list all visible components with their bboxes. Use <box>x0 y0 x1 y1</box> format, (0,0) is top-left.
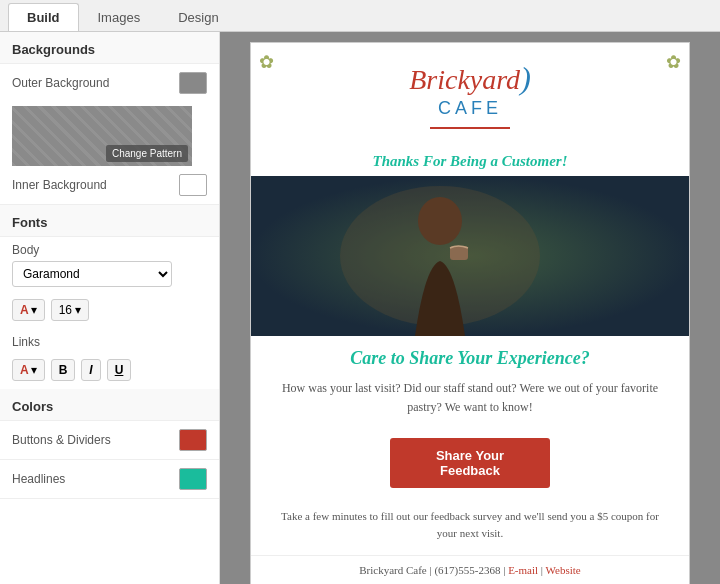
left-panel: Backgrounds Outer Background Change Patt… <box>0 32 220 584</box>
buttons-dividers-row: Buttons & Dividers <box>0 421 219 460</box>
brand-curl: ) <box>520 60 531 96</box>
corner-decor-tr: ✿ <box>666 51 681 73</box>
font-a-chevron: ▾ <box>31 303 37 317</box>
outer-background-swatch[interactable] <box>179 72 207 94</box>
svg-rect-3 <box>450 246 468 260</box>
email-preview-area: ✿ ✿ Brickyard) CAFE Thanks For Being a C… <box>220 32 720 584</box>
body-font-label: Body <box>12 243 207 257</box>
font-controls: A ▾ 16 ▾ <box>0 293 219 327</box>
care-title: Care to Share Your Experience? <box>251 336 689 375</box>
link-a-chevron: ▾ <box>31 363 37 377</box>
brand-divider <box>430 127 510 129</box>
tabs-bar: Build Images Design <box>0 0 720 32</box>
pattern-preview: Change Pattern <box>12 106 192 166</box>
headlines-label: Headlines <box>12 472 65 486</box>
outer-background-label: Outer Background <box>12 76 109 90</box>
size-chevron: ▾ <box>75 303 81 317</box>
font-a-label: A <box>20 303 29 317</box>
buttons-dividers-swatch[interactable] <box>179 429 207 451</box>
tab-design[interactable]: Design <box>159 3 237 31</box>
hero-image <box>251 176 689 336</box>
tagline: Thanks For Being a Customer! <box>251 147 689 176</box>
body-font-row: Body Garamond Arial Times New Roman Verd… <box>0 237 219 293</box>
footer-text: Brickyard Cafe | (617)555-2368 | E-mail … <box>251 555 689 584</box>
headlines-swatch[interactable] <box>179 468 207 490</box>
backgrounds-section-title: Backgrounds <box>0 32 219 64</box>
link-underline-button[interactable]: U <box>107 359 132 381</box>
footer-website-link[interactable]: Website <box>546 564 581 576</box>
links-section: Links <box>0 327 219 359</box>
change-pattern-button[interactable]: Change Pattern <box>106 145 188 162</box>
coupon-text: Take a few minutes to fill out our feedb… <box>251 500 689 555</box>
body-text: How was your last visit? Did our staff s… <box>251 375 689 429</box>
hero-image-inner <box>251 176 689 336</box>
brand-name: Brickyard) <box>271 61 669 96</box>
tab-build[interactable]: Build <box>8 3 79 31</box>
links-label: Links <box>12 335 207 349</box>
footer-separator: | <box>538 564 546 576</box>
inner-background-swatch[interactable] <box>179 174 207 196</box>
link-italic-button[interactable]: I <box>81 359 100 381</box>
fonts-section-title: Fonts <box>0 205 219 237</box>
font-size-label: 16 <box>59 303 72 317</box>
footer-email-link[interactable]: E-mail <box>508 564 538 576</box>
brand-sub: CAFE <box>271 98 669 119</box>
main-layout: Backgrounds Outer Background Change Patt… <box>0 32 720 584</box>
email-preview: ✿ ✿ Brickyard) CAFE Thanks For Being a C… <box>250 42 690 584</box>
corner-decor-tl: ✿ <box>259 51 274 73</box>
link-a-label: A <box>20 363 29 377</box>
font-select[interactable]: Garamond Arial Times New Roman Verdana <box>12 261 172 287</box>
outer-background-row: Outer Background <box>0 64 219 102</box>
hero-svg <box>251 176 689 336</box>
email-header: ✿ ✿ Brickyard) CAFE <box>251 43 689 147</box>
buttons-dividers-label: Buttons & Dividers <box>12 433 111 447</box>
inner-background-row: Inner Background <box>0 166 219 205</box>
headlines-row: Headlines <box>0 460 219 499</box>
share-feedback-button[interactable]: Share Your Feedback <box>390 438 550 488</box>
font-color-button[interactable]: A ▾ <box>12 299 45 321</box>
svg-point-2 <box>418 197 462 245</box>
colors-section-title: Colors <box>0 389 219 421</box>
tab-images[interactable]: Images <box>79 3 160 31</box>
link-controls: A ▾ B I U <box>0 359 219 389</box>
link-font-color-button[interactable]: A ▾ <box>12 359 45 381</box>
brand-name-text: Brickyard <box>409 64 520 95</box>
inner-background-label: Inner Background <box>12 178 107 192</box>
link-bold-button[interactable]: B <box>51 359 76 381</box>
font-size-button[interactable]: 16 ▾ <box>51 299 90 321</box>
footer-phone: Brickyard Cafe | (617)555-2368 | <box>359 564 508 576</box>
